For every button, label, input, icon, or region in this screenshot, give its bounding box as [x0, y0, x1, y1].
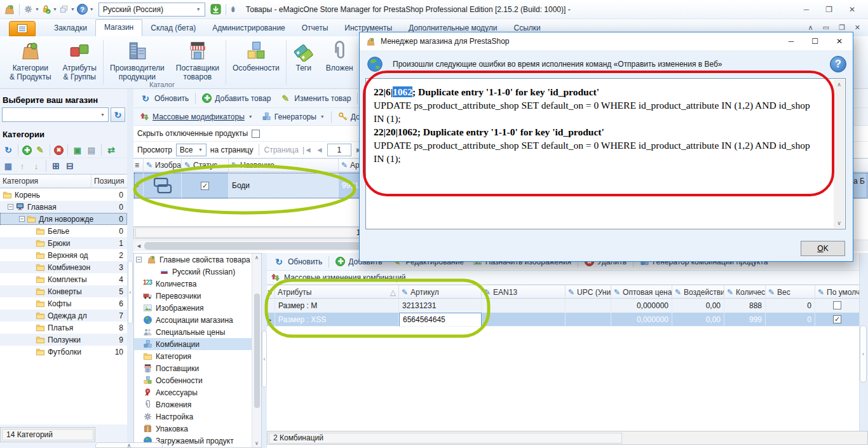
error-box-scrollbar[interactable]: ∧ ∨: [834, 79, 844, 228]
weight-cell[interactable]: 0: [766, 299, 815, 313]
props-scrollbar[interactable]: ∧ ∨: [252, 254, 261, 447]
tab-administration[interactable]: Администрирование: [204, 20, 293, 36]
settings-button[interactable]: ▼: [24, 4, 39, 14]
combination-row[interactable]: Размер : M 32131231 0,000000 0,00 888 0: [267, 299, 868, 313]
splitter-collapse-handle[interactable]: ‹: [262, 330, 267, 388]
ok-button[interactable]: OK: [801, 241, 845, 256]
collapse-node-icon[interactable]: −: [8, 204, 13, 210]
edit-category-button[interactable]: ✎: [34, 144, 46, 156]
props-item-accessories[interactable]: Аксессуары: [134, 386, 261, 398]
column-upc[interactable]: ✎UPC (Универс: [566, 285, 611, 299]
refresh-products-button[interactable]: ↻Обновить: [136, 92, 193, 105]
tree-item[interactable]: Комбинезон3: [0, 261, 127, 273]
column-weight[interactable]: ✎Вес: [766, 285, 815, 299]
tree-item[interactable]: Платья8: [0, 322, 127, 334]
mdi-restore-button[interactable]: ❐: [839, 24, 845, 32]
security-button[interactable]: ▼: [41, 4, 57, 14]
sku-cell[interactable]: 32131231: [399, 299, 482, 313]
add-category-button[interactable]: ✚: [22, 146, 32, 155]
prev-page-icon[interactable]: ◄: [316, 146, 323, 154]
edit-product-button[interactable]: ✎Изменить товар: [276, 92, 355, 105]
tree-item-newborn[interactable]: − Для новорожде0: [0, 213, 127, 225]
mdi-close-button[interactable]: ✕: [855, 24, 860, 32]
props-item-pack[interactable]: Упаковка: [134, 423, 261, 435]
multi-edit-button[interactable]: ▦: [3, 160, 14, 172]
mass-modifiers-button[interactable]: Массовые модификаторы▼: [136, 111, 257, 123]
props-item-quantities[interactable]: 123 Количества: [134, 278, 261, 290]
quantity-cell[interactable]: 999: [724, 313, 766, 327]
combination-row-selected[interactable]: ▸ Размер : XSS 6564564645 0,000000 0,00 …: [267, 313, 868, 327]
props-item-general[interactable]: − Главные свойства товара: [134, 254, 261, 266]
props-item-customization[interactable]: Настройка: [134, 411, 261, 423]
tree-item[interactable]: Одежда дл7: [0, 309, 127, 322]
status-checkbox[interactable]: ✓: [201, 182, 209, 190]
ribbon-categories-products[interactable]: Категории& Продукты: [4, 39, 57, 83]
scroll-down-icon[interactable]: ∨: [255, 440, 259, 446]
props-item-shop-assoc[interactable]: Ассоциации магазина: [134, 314, 261, 326]
splitter-collapse-handle[interactable]: ‹: [128, 261, 133, 324]
tree-item[interactable]: Конверты5: [0, 285, 127, 297]
scroll-down-icon[interactable]: ∨: [837, 220, 841, 226]
scroll-left-icon[interactable]: ◄: [133, 243, 144, 249]
column-status[interactable]: ✎Статус: [182, 159, 229, 172]
column-default[interactable]: ✎По умолча: [815, 285, 859, 299]
tree-item-main[interactable]: − Главная0: [0, 201, 127, 213]
column-price-impact[interactable]: ✎Воздействи: [672, 285, 724, 299]
column-image[interactable]: ✎Изобра: [144, 159, 182, 172]
maximize-button[interactable]: ❐: [825, 5, 832, 14]
tree-item[interactable]: Ползунки9: [0, 334, 127, 346]
default-cell[interactable]: ✓: [815, 313, 859, 327]
first-page-icon[interactable]: |◄: [302, 146, 312, 154]
column-sku[interactable]: ✎Артикул: [399, 285, 482, 299]
ribbon-features[interactable]: Особенности: [227, 39, 285, 74]
tab-store[interactable]: Магазин: [95, 19, 142, 36]
upc-cell[interactable]: [566, 313, 611, 327]
filter-icon[interactable]: ⇟: [230, 5, 236, 14]
column-category[interactable]: Категория: [0, 175, 92, 187]
paste-button[interactable]: ▤: [86, 144, 97, 156]
minimize-button[interactable]: ─: [804, 5, 810, 14]
upc-cell[interactable]: [566, 299, 611, 313]
tree-item[interactable]: Белье0: [0, 225, 127, 237]
help-globe-icon[interactable]: ?: [830, 56, 846, 72]
sku-edit-cell[interactable]: 6564564645: [399, 313, 482, 327]
props-item-attachments[interactable]: Вложения: [134, 398, 261, 411]
panel-collapse-handle[interactable]: ∧: [95, 442, 163, 448]
default-cell[interactable]: [815, 299, 859, 313]
props-item-special-prices[interactable]: Специальные цены: [134, 326, 261, 338]
ribbon-suppliers[interactable]: Поставщикитоваров: [170, 39, 225, 83]
ean13-cell[interactable]: [482, 299, 566, 313]
refresh-combinations-button[interactable]: ↻Обновить: [269, 255, 326, 269]
scroll-up-icon[interactable]: ∧: [255, 255, 259, 261]
tree-item[interactable]: Комплекты4: [0, 273, 127, 285]
ean13-cell[interactable]: [482, 313, 566, 327]
props-item-russian[interactable]: Русский (Russian): [134, 266, 261, 278]
delete-category-button[interactable]: ✖: [54, 146, 64, 155]
ribbon-attributes-groups[interactable]: Атрибуты& Группы: [57, 39, 102, 83]
mdi-minimize-button[interactable]: ▭: [823, 24, 829, 32]
props-item-images[interactable]: Изображения: [134, 302, 261, 314]
help-button[interactable]: ?▼: [77, 4, 94, 15]
collapse-all-button[interactable]: ⊟: [64, 160, 76, 172]
dialog-maximize-button[interactable]: ☐: [811, 37, 818, 46]
error-log-box[interactable]: 22|6|1062; Duplicate entry '1-1-0' for k…: [365, 78, 846, 229]
tree-item[interactable]: Кофты6: [0, 297, 127, 309]
tab-reports[interactable]: Отчеты: [294, 20, 336, 36]
generators-button[interactable]: Генераторы▼: [258, 111, 329, 123]
impact-cell[interactable]: 0,00: [672, 313, 724, 327]
ribbon-tags[interactable]: Теги: [287, 39, 320, 74]
expand-all-button[interactable]: ⊞: [50, 160, 62, 172]
collapse-node-icon[interactable]: −: [136, 257, 142, 262]
dialog-minimize-button[interactable]: ─: [789, 37, 794, 46]
product-name-cell[interactable]: Боди: [229, 172, 339, 199]
per-page-select[interactable]: Все▼: [176, 144, 207, 156]
hide-disabled-checkbox[interactable]: [252, 130, 260, 138]
props-item-carriers[interactable]: Перевозчики: [134, 290, 261, 302]
ribbon-manufacturers[interactable]: Производителипродукции: [104, 39, 170, 83]
props-item-features[interactable]: Особенности: [134, 374, 261, 386]
dialog-close-button[interactable]: ✕: [836, 37, 843, 46]
tab-bookmarks[interactable]: Закладки: [46, 20, 95, 36]
column-quantity[interactable]: ✎Количест: [724, 285, 766, 299]
close-button[interactable]: ✕: [849, 5, 855, 14]
move-up-button[interactable]: ↑: [17, 160, 28, 172]
